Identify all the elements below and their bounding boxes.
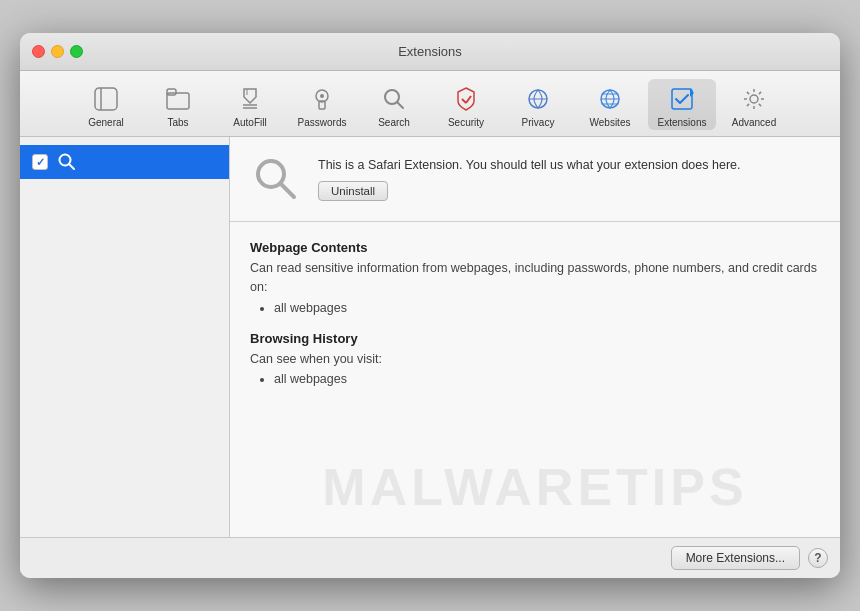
svg-line-13	[466, 96, 471, 103]
toolbar-item-extensions[interactable]: Extensions	[648, 79, 716, 130]
svg-line-31	[69, 164, 74, 169]
toolbar: General Tabs	[20, 71, 840, 137]
svg-line-11	[397, 102, 403, 108]
toolbar-item-passwords[interactable]: Passwords	[288, 79, 356, 130]
section-body-browsing: Can see when you visit:	[250, 350, 820, 369]
titlebar: Extensions	[20, 33, 840, 71]
traffic-lights	[32, 45, 83, 58]
svg-rect-0	[95, 88, 117, 110]
svg-line-33	[281, 184, 295, 198]
toolbar-item-autofill[interactable]: AutoFill	[216, 79, 284, 130]
passwords-icon	[306, 83, 338, 115]
toolbar-item-search[interactable]: Search	[360, 79, 428, 130]
detail-body: Webpage Contents Can read sensitive info…	[230, 222, 840, 537]
security-icon	[450, 83, 482, 115]
advanced-label: Advanced	[732, 117, 776, 128]
detail-header: This is a Safari Extension. You should t…	[230, 137, 840, 222]
main-content: ✓	[20, 137, 840, 537]
privacy-label: Privacy	[522, 117, 555, 128]
window-title: Extensions	[398, 44, 462, 59]
websites-icon	[594, 83, 626, 115]
safari-extensions-window: Extensions General	[20, 33, 840, 578]
toolbar-item-advanced[interactable]: Advanced	[720, 79, 788, 130]
websites-label: Websites	[590, 117, 631, 128]
detail-panel: This is a Safari Extension. You should t…	[230, 137, 840, 537]
advanced-icon	[738, 83, 770, 115]
extension-checkbox[interactable]: ✓	[32, 154, 48, 170]
maximize-button[interactable]	[70, 45, 83, 58]
more-extensions-button[interactable]: More Extensions...	[671, 546, 800, 570]
webpage-item-0: all webpages	[274, 301, 820, 315]
extensions-label: Extensions	[658, 117, 707, 128]
toolbar-item-general[interactable]: General	[72, 79, 140, 130]
search-toolbar-icon	[378, 83, 410, 115]
section-webpage-contents: Webpage Contents Can read sensitive info…	[250, 240, 820, 315]
general-label: General	[88, 117, 124, 128]
svg-line-27	[759, 104, 761, 106]
webpage-items-list: all webpages	[274, 301, 820, 315]
extension-description: This is a Safari Extension. You should t…	[318, 157, 820, 201]
svg-rect-3	[167, 89, 176, 95]
checkmark-icon: ✓	[36, 156, 45, 169]
toolbar-item-websites[interactable]: Websites	[576, 79, 644, 130]
bottom-bar: More Extensions... ?	[20, 537, 840, 578]
extension-description-text: This is a Safari Extension. You should t…	[318, 158, 740, 172]
watermark: MALWARETIPS	[322, 457, 747, 517]
extensions-icon	[666, 83, 698, 115]
tabs-label: Tabs	[167, 117, 188, 128]
section-title-browsing: Browsing History	[250, 331, 820, 346]
sidebar-item-search-ext[interactable]: ✓	[20, 145, 229, 179]
passwords-label: Passwords	[298, 117, 347, 128]
browsing-item-0: all webpages	[274, 372, 820, 386]
toolbar-item-privacy[interactable]: Privacy	[504, 79, 572, 130]
svg-point-21	[750, 95, 758, 103]
search-label: Search	[378, 117, 410, 128]
svg-line-26	[747, 92, 749, 94]
uninstall-button[interactable]: Uninstall	[318, 181, 388, 201]
tabs-icon	[162, 83, 194, 115]
general-icon	[90, 83, 122, 115]
sidebar: ✓	[20, 137, 230, 537]
autofill-icon	[234, 83, 266, 115]
toolbar-item-security[interactable]: Security	[432, 79, 500, 130]
section-title-webpage: Webpage Contents	[250, 240, 820, 255]
minimize-button[interactable]	[51, 45, 64, 58]
toolbar-item-tabs[interactable]: Tabs	[144, 79, 212, 130]
svg-line-28	[759, 92, 761, 94]
section-browsing-history: Browsing History Can see when you visit:…	[250, 331, 820, 387]
section-body-webpage: Can read sensitive information from webp…	[250, 259, 820, 297]
svg-line-29	[747, 104, 749, 106]
security-label: Security	[448, 117, 484, 128]
toolbar-items: General Tabs	[72, 79, 788, 130]
close-button[interactable]	[32, 45, 45, 58]
extension-large-icon	[250, 153, 302, 205]
privacy-icon	[522, 83, 554, 115]
browsing-items-list: all webpages	[274, 372, 820, 386]
sidebar-ext-icon	[56, 151, 78, 173]
help-button[interactable]: ?	[808, 548, 828, 568]
autofill-label: AutoFill	[233, 117, 266, 128]
svg-point-9	[320, 94, 324, 98]
